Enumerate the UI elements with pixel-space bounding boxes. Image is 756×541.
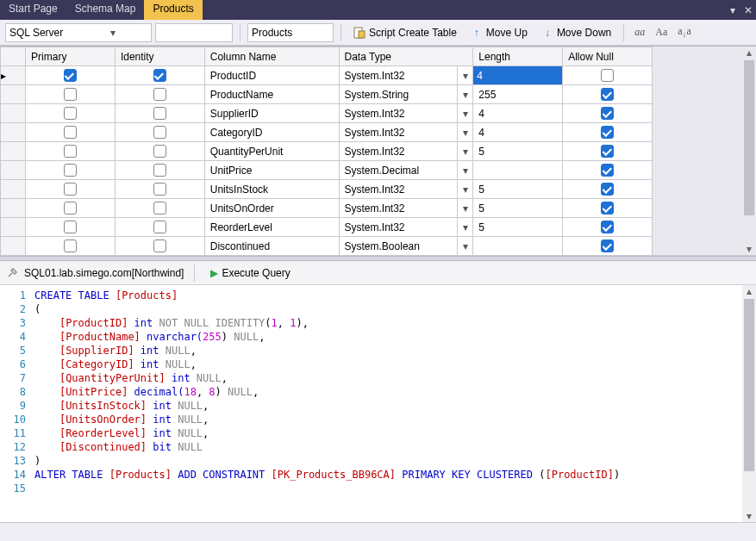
lowercase-button[interactable]: aa <box>631 26 648 39</box>
table-row[interactable]: SupplierIDSystem.Int32▾4 <box>1 104 653 123</box>
row-header[interactable] <box>1 85 26 104</box>
filter-textbox[interactable] <box>155 23 233 42</box>
length-cell[interactable]: 5 <box>473 218 563 237</box>
column-name-cell[interactable]: Discontinued <box>204 237 339 256</box>
table-row[interactable]: ▸ProductIDSystem.Int32▾4 <box>1 66 653 85</box>
table-row[interactable]: ReorderLevelSystem.Int32▾5 <box>1 218 653 237</box>
data-type-cell[interactable]: System.Int32▾ <box>339 142 473 161</box>
editor-scrollbar[interactable]: ▴ ▾ <box>742 285 756 522</box>
row-header[interactable] <box>1 104 26 123</box>
row-header[interactable] <box>1 123 26 142</box>
identity-checkbox[interactable] <box>153 145 166 158</box>
data-type-cell[interactable]: System.Int32▾ <box>339 66 473 85</box>
column-name-cell[interactable]: ProductName <box>204 85 339 104</box>
length-cell[interactable]: 4 <box>473 66 563 85</box>
table-row[interactable]: ProductNameSystem.String▾255 <box>1 85 653 104</box>
allow-null-checkbox[interactable] <box>601 183 614 196</box>
column-name-cell[interactable]: CategoryID <box>204 123 339 142</box>
column-name-cell[interactable]: UnitsInStock <box>204 180 339 199</box>
table-row[interactable]: QuantityPerUnitSystem.Int32▾5 <box>1 142 653 161</box>
scroll-thumb[interactable] <box>744 60 754 215</box>
row-header[interactable] <box>1 142 26 161</box>
table-row[interactable]: UnitsOnOrderSystem.Int32▾5 <box>1 199 653 218</box>
row-header[interactable]: ▸ <box>1 66 26 85</box>
identity-checkbox[interactable] <box>153 164 166 177</box>
data-type-cell[interactable]: System.String▾ <box>339 85 473 104</box>
script-create-button[interactable]: Script Create Table <box>348 22 462 43</box>
table-combo[interactable]: Products <box>247 23 334 42</box>
column-name-cell[interactable]: ReorderLevel <box>204 218 339 237</box>
primary-checkbox[interactable] <box>64 145 77 158</box>
row-header[interactable] <box>1 161 26 180</box>
column-header[interactable]: Column Name <box>204 47 339 66</box>
allow-null-checkbox[interactable] <box>601 164 614 177</box>
allow-null-checkbox[interactable] <box>601 221 614 233</box>
primary-checkbox[interactable] <box>64 239 77 252</box>
scroll-up-icon[interactable]: ▴ <box>742 47 756 59</box>
chevron-down-icon[interactable]: ▾ <box>457 237 472 255</box>
identity-checkbox[interactable] <box>153 183 166 196</box>
row-header[interactable] <box>1 199 26 218</box>
chevron-down-icon[interactable]: ▾ <box>457 161 472 179</box>
chevron-down-icon[interactable]: ▾ <box>457 142 472 160</box>
column-name-cell[interactable]: UnitPrice <box>204 161 339 180</box>
scroll-up-icon[interactable]: ▴ <box>742 285 756 297</box>
row-header[interactable] <box>1 218 26 237</box>
data-type-cell[interactable]: System.Int32▾ <box>339 180 473 199</box>
table-row[interactable]: CategoryIDSystem.Int32▾4 <box>1 123 653 142</box>
data-type-cell[interactable]: System.Int32▾ <box>339 104 473 123</box>
column-header[interactable]: Data Type <box>339 47 473 66</box>
row-header[interactable] <box>1 237 26 256</box>
identity-checkbox[interactable] <box>153 239 166 252</box>
identity-checkbox[interactable] <box>153 107 166 120</box>
column-name-cell[interactable]: QuantityPerUnit <box>204 142 339 161</box>
data-type-cell[interactable]: System.Int32▾ <box>339 218 473 237</box>
column-header[interactable]: Identity <box>115 47 204 66</box>
chevron-down-icon[interactable]: ▾ <box>457 199 472 217</box>
move-down-button[interactable]: ↓ Move Down <box>536 22 616 43</box>
allow-null-checkbox[interactable] <box>601 107 614 120</box>
primary-checkbox[interactable] <box>64 88 77 101</box>
allow-null-checkbox[interactable] <box>601 88 614 101</box>
code-area[interactable]: CREATE TABLE [Products]( [ProductID] int… <box>34 285 742 522</box>
allow-null-checkbox[interactable] <box>601 239 614 252</box>
primary-checkbox[interactable] <box>64 202 77 215</box>
move-up-button[interactable]: ↑ Move Up <box>465 22 533 43</box>
execute-button[interactable]: ▶ Execute Query <box>205 263 295 283</box>
subscript-button[interactable]: a↓a <box>674 25 695 39</box>
length-cell[interactable]: 4 <box>473 123 563 142</box>
titlecase-button[interactable]: Aa <box>652 26 671 39</box>
column-header[interactable]: Allow Null <box>563 47 653 66</box>
identity-checkbox[interactable] <box>153 88 166 101</box>
chevron-down-icon[interactable]: ▾ <box>457 180 472 198</box>
identity-checkbox[interactable] <box>153 126 166 139</box>
table-row[interactable]: UnitPriceSystem.Decimal▾ <box>1 161 653 180</box>
primary-checkbox[interactable] <box>64 69 77 82</box>
length-cell[interactable] <box>473 161 563 180</box>
data-type-cell[interactable]: System.Int32▾ <box>339 123 473 142</box>
column-header[interactable]: Length <box>473 47 563 66</box>
allow-null-checkbox[interactable] <box>601 145 614 158</box>
table-row[interactable]: DiscontinuedSystem.Boolean▾ <box>1 237 653 256</box>
sql-editor[interactable]: 123456789101112131415 CREATE TABLE [Prod… <box>0 285 756 522</box>
primary-checkbox[interactable] <box>64 107 77 120</box>
data-type-cell[interactable]: System.Int32▾ <box>339 199 473 218</box>
chevron-down-icon[interactable]: ▾ <box>457 85 472 103</box>
column-name-cell[interactable]: ProductID <box>204 66 339 85</box>
length-cell[interactable]: 4 <box>473 104 563 123</box>
close-icon[interactable]: ✕ <box>740 0 756 20</box>
scroll-thumb[interactable] <box>744 299 754 471</box>
scroll-down-icon[interactable]: ▾ <box>742 243 756 255</box>
identity-checkbox[interactable] <box>153 69 166 82</box>
length-cell[interactable]: 5 <box>473 199 563 218</box>
data-type-cell[interactable]: System.Decimal▾ <box>339 161 473 180</box>
chevron-down-icon[interactable]: ▾ <box>457 66 472 84</box>
tab-start-page[interactable]: Start Page <box>0 0 66 20</box>
primary-checkbox[interactable] <box>64 183 77 196</box>
primary-checkbox[interactable] <box>64 221 77 233</box>
identity-checkbox[interactable] <box>153 202 166 215</box>
table-row[interactable]: UnitsInStockSystem.Int32▾5 <box>1 180 653 199</box>
row-header[interactable] <box>1 180 26 199</box>
dropdown-icon[interactable]: ▾ <box>725 0 740 20</box>
identity-checkbox[interactable] <box>153 221 166 233</box>
